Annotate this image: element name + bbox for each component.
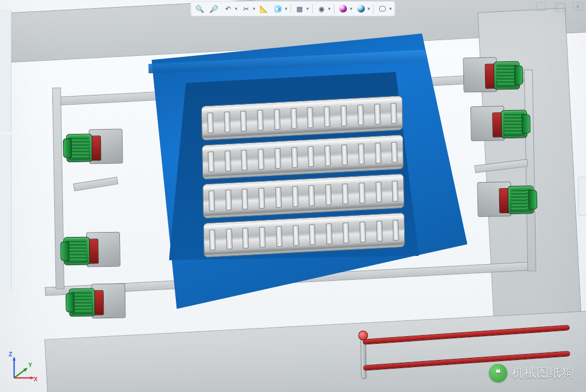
- section-view-icon: ✂: [243, 5, 249, 13]
- zoom-fit-button[interactable]: 🔍: [193, 3, 206, 15]
- motor-right-1: [463, 54, 523, 98]
- prev-view-icon: ↶: [225, 5, 231, 13]
- prev-view-button[interactable]: ↶: [221, 3, 234, 15]
- display-style-button[interactable]: ▦: [293, 3, 306, 15]
- dropdown-caret-icon[interactable]: ▼: [252, 7, 256, 11]
- svg-marker-5: [12, 357, 16, 361]
- appearance-button[interactable]: [336, 3, 349, 15]
- display-style-icon: ▦: [296, 5, 303, 13]
- zoom-fit-icon: 🔍: [195, 5, 204, 13]
- view-orient-button[interactable]: 🧊: [271, 3, 284, 15]
- motor-right-2: [470, 102, 531, 146]
- model-stage: [18, 15, 568, 392]
- dropdown-caret-icon[interactable]: ▼: [234, 7, 238, 11]
- frame-bar: [73, 177, 118, 191]
- toolbar-separator: [373, 4, 374, 14]
- watermark: ❝ 机械图纸狗: [489, 364, 574, 382]
- hide-show-button[interactable]: ◉: [315, 3, 328, 15]
- motor-left-3: [65, 280, 125, 324]
- scene-icon: [357, 5, 365, 12]
- dropdown-caret-icon[interactable]: ▼: [305, 7, 310, 11]
- graphics-viewport[interactable]: [0, 0, 586, 392]
- toolbar-separator: [312, 4, 313, 14]
- view-orient-icon: 🧊: [273, 5, 282, 13]
- window-minimize-icon[interactable]: [536, 2, 546, 11]
- view-toolbar: 🔍🔎↶▼✂▼📐🧊▼▦▼◉▼▼▼🖵▼: [190, 1, 395, 16]
- toolbar-separator: [290, 4, 291, 14]
- hopper: [117, 33, 469, 310]
- window-close-icon[interactable]: ✕: [573, 2, 583, 11]
- axis-label-y: Y: [28, 362, 32, 368]
- dropdown-caret-icon[interactable]: ▼: [349, 7, 353, 11]
- dropdown-caret-icon[interactable]: ▼: [284, 7, 288, 11]
- wechat-icon: ❝: [489, 364, 507, 382]
- scene-button[interactable]: [354, 3, 367, 15]
- roller-group: [201, 95, 405, 258]
- window-controls: ✕: [536, 2, 583, 11]
- axis-label-z: Z: [9, 351, 12, 357]
- app-root: 🔍🔎↶▼✂▼📐🧊▼▦▼◉▼▼▼🖵▼ ✕ X Y Z ❝ 机械图纸狗: [0, 0, 586, 392]
- feature-manager-tab[interactable]: [0, 10, 11, 132]
- view-settings-icon: 🖵: [379, 5, 386, 13]
- motor-right-3: [477, 178, 537, 222]
- dynamic-annot-icon: 📐: [259, 5, 268, 13]
- motor-left-1: [62, 125, 123, 170]
- toolbar-separator: [334, 4, 334, 14]
- watermark-text: 机械图纸狗: [512, 365, 574, 381]
- appearance-icon: [339, 5, 347, 12]
- dropdown-caret-icon[interactable]: ▼: [388, 7, 393, 11]
- dropdown-caret-icon[interactable]: ▼: [367, 7, 371, 11]
- dropdown-caret-icon[interactable]: ▼: [327, 7, 332, 11]
- section-view-button[interactable]: ✂: [239, 3, 252, 15]
- task-pane-tab[interactable]: [578, 177, 586, 216]
- configuration-manager-tab[interactable]: [0, 134, 11, 290]
- window-restore-icon[interactable]: [555, 2, 564, 11]
- hide-show-icon: ◉: [319, 5, 324, 13]
- zoom-area-icon: 🔎: [209, 5, 218, 13]
- coordinate-triad[interactable]: X Y Z: [8, 352, 40, 384]
- roller-2: [202, 134, 404, 179]
- zoom-area-button[interactable]: 🔎: [207, 3, 220, 15]
- roller-teeth: [202, 135, 403, 179]
- view-settings-button[interactable]: 🖵: [376, 3, 389, 15]
- motor-left-2: [60, 229, 120, 273]
- roller-3: [202, 173, 404, 219]
- dynamic-annot-button[interactable]: 📐: [257, 3, 270, 15]
- roller-teeth: [203, 174, 404, 218]
- axis-label-x: X: [34, 376, 37, 382]
